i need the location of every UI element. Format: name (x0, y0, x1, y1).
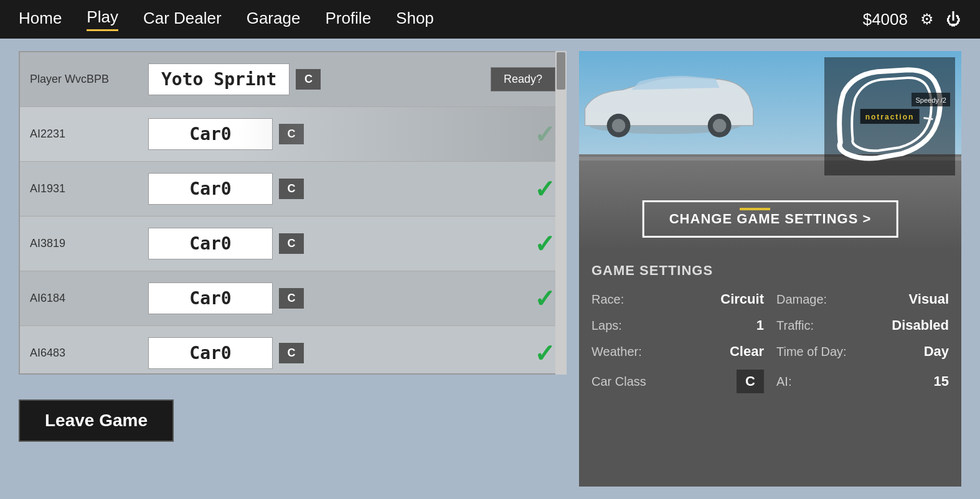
nav-play[interactable]: Play (87, 7, 118, 31)
class-badge: C (279, 124, 304, 144)
class-badge: C (279, 288, 304, 309)
traffic-value: Disabled (892, 317, 949, 333)
track-map: notraction Speedy /2 (824, 57, 955, 175)
svg-point-2 (612, 119, 626, 133)
player-row: AI6483 Car0 C ✓ (20, 326, 565, 375)
setting-car-class: Car Class C (591, 367, 764, 396)
player-panel: Player WvcBPB Yoto Sprint C Ready? AI223… (19, 51, 567, 487)
traffic-label: Traffic: (776, 319, 814, 333)
class-badge: C (279, 233, 304, 254)
setting-weather: Weather: Clear (591, 341, 764, 362)
player-row: AI3819 Car0 C ✓ (20, 217, 565, 271)
ready-button[interactable]: Ready? (491, 67, 555, 91)
svg-line-5 (923, 118, 933, 119)
player-name: AI6483 (30, 347, 130, 360)
ready-checkmark: ✓ (534, 230, 555, 258)
car-class-label: Car Class (591, 375, 646, 389)
setting-ai: AI: 15 (776, 367, 949, 396)
car-name: Car0 (148, 228, 273, 259)
nav-garage[interactable]: Garage (247, 9, 301, 30)
settings-grid: Race: Circuit Damage: Visual Laps: 1 Tra… (591, 289, 949, 396)
power-icon[interactable]: ⏻ (946, 11, 961, 28)
setting-time-of-day: Time of Day: Day (776, 341, 949, 362)
setting-race: Race: Circuit (591, 289, 764, 310)
damage-label: Damage: (776, 292, 827, 307)
race-label: Race: (591, 292, 624, 307)
ready-checkmark: ✓ (534, 175, 555, 203)
track-preview: notraction Speedy /2 CHANGE GAME SETTING… (579, 51, 961, 250)
class-badge: C (279, 179, 304, 199)
brand-label: notraction (860, 109, 920, 124)
laps-label: Laps: (591, 319, 622, 333)
car-name: Car0 (148, 337, 273, 369)
race-value: Circuit (720, 291, 764, 307)
setting-laps: Laps: 1 (591, 315, 764, 336)
game-settings-panel: GAME SETTINGS Race: Circuit Damage: Visu… (579, 250, 961, 487)
player-name: AI6184 (30, 292, 130, 305)
car-class-badge: C (737, 370, 764, 393)
player-name: AI1931 (30, 182, 130, 195)
laps-value: 1 (756, 317, 764, 333)
weather-label: Weather: (591, 345, 642, 359)
player-row: Player WvcBPB Yoto Sprint C Ready? (20, 52, 565, 107)
nav-shop[interactable]: Shop (396, 9, 434, 30)
car-name: Yoto Sprint (148, 63, 290, 95)
time-of-day-label: Time of Day: (776, 345, 847, 359)
player-row: AI2231 Car0 C ✓ (20, 107, 565, 162)
right-panel: notraction Speedy /2 CHANGE GAME SETTING… (579, 51, 961, 487)
player-name: Player WvcBPB (30, 73, 130, 86)
player-row: AI1931 Car0 C ✓ (20, 162, 565, 217)
player-list: Player WvcBPB Yoto Sprint C Ready? AI223… (19, 51, 567, 375)
weather-value: Clear (730, 343, 764, 360)
nav-home[interactable]: Home (19, 9, 62, 30)
speedy-label: Speedy /2 (912, 93, 950, 106)
top-navigation: Home Play Car Dealer Garage Profile Shop… (0, 0, 980, 39)
nav-car-dealer[interactable]: Car Dealer (143, 9, 222, 30)
time-of-day-value: Day (924, 343, 949, 360)
svg-point-4 (713, 119, 727, 133)
car-name: Car0 (148, 118, 273, 150)
nav-profile[interactable]: Profile (325, 9, 371, 30)
class-badge: C (296, 69, 321, 90)
nav-right: $4008 ⚙ ⏻ (863, 10, 961, 29)
ai-value: 15 (934, 373, 949, 389)
player-name: AI2231 (30, 128, 130, 141)
setting-traffic: Traffic: Disabled (776, 315, 949, 336)
class-badge: C (279, 343, 304, 363)
leave-game-button[interactable]: Leave Game (19, 399, 174, 442)
ready-checkmark: ✓ (534, 284, 555, 313)
ready-checkmark: ✓ (534, 120, 555, 149)
damage-value: Visual (909, 291, 949, 307)
car-name: Car0 (148, 282, 273, 314)
balance-display: $4008 (863, 10, 908, 29)
ai-label: AI: (776, 375, 791, 389)
game-settings-title: GAME SETTINGS (591, 263, 949, 279)
ready-checkmark: ✓ (534, 339, 555, 368)
player-row: AI6184 Car0 C ✓ (20, 271, 565, 326)
car-name: Car0 (148, 173, 273, 205)
player-name: AI3819 (30, 237, 130, 250)
scrollbar[interactable] (555, 51, 567, 375)
nav-links: Home Play Car Dealer Garage Profile Shop (19, 7, 434, 31)
setting-damage: Damage: Visual (776, 289, 949, 310)
settings-icon[interactable]: ⚙ (920, 11, 934, 28)
change-game-settings-button[interactable]: CHANGE GAME SETTINGS > (643, 200, 898, 238)
main-content: Player WvcBPB Yoto Sprint C Ready? AI223… (0, 39, 980, 499)
scroll-thumb[interactable] (557, 52, 565, 90)
